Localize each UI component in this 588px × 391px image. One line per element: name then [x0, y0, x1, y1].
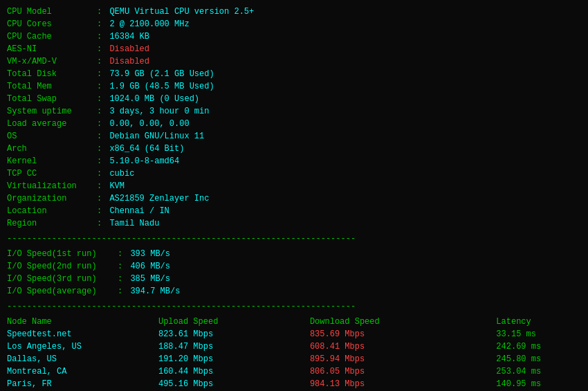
info-value: 1024.0 MB (0 Used) — [109, 93, 199, 105]
upload-speed: 188.47 Mbps — [158, 340, 310, 353]
upload-speed: 160.44 Mbps — [158, 365, 310, 378]
network-table: Node NameUpload SpeedDownload SpeedLaten… — [7, 316, 581, 391]
io-label: I/O Speed(2nd run) — [7, 260, 118, 273]
system-info-row: OS: Debian GNU/Linux 11 — [7, 130, 581, 143]
system-info-row: AES-NI: Disabled — [7, 43, 581, 55]
upload-speed: 495.16 Mbps — [158, 378, 310, 390]
info-label: Arch — [7, 143, 97, 155]
system-info-row: Location: Chennai / IN — [7, 205, 581, 217]
system-info-row: VM-x/AMD-V: Disabled — [7, 55, 581, 68]
info-value: 1.9 GB (48.5 MB Used) — [109, 80, 214, 93]
node-name: Paris, FR — [7, 378, 158, 390]
system-info-row: Organization: AS21859 Zenlayer Inc — [7, 192, 581, 205]
info-label: AES-NI — [7, 43, 97, 55]
info-label: CPU Model — [7, 6, 97, 18]
io-label: I/O Speed(average) — [7, 285, 118, 298]
download-speed: 895.94 Mbps — [310, 353, 496, 365]
node-name: Speedtest.net — [7, 328, 158, 340]
io-value: 385 MB/s — [130, 273, 170, 285]
info-value: 73.9 GB (2.1 GB Used) — [109, 68, 214, 80]
download-speed: 806.05 Mbps — [310, 365, 496, 378]
system-info-row: Virtualization: KVM — [7, 180, 581, 192]
info-value: 5.10.0-8-amd64 — [109, 155, 179, 167]
divider: ----------------------------------------… — [7, 233, 581, 245]
table-header-cell: Upload Speed — [158, 316, 310, 328]
info-value: 16384 KB — [109, 30, 149, 43]
info-label: TCP CC — [7, 167, 97, 180]
download-speed: 984.13 Mbps — [310, 378, 496, 390]
info-label: OS — [7, 130, 97, 143]
table-header-cell: Node Name — [7, 316, 158, 328]
table-row: Dallas, US191.20 Mbps895.94 Mbps245.80 m… — [7, 353, 581, 365]
node-name: Los Angeles, US — [7, 340, 158, 353]
system-info-row: Arch: x86_64 (64 Bit) — [7, 143, 581, 155]
io-row: I/O Speed(2nd run): 406 MB/s — [7, 260, 581, 273]
table-row: Paris, FR495.16 Mbps984.13 Mbps140.95 ms — [7, 378, 581, 390]
info-label: Organization — [7, 192, 97, 205]
table-row: Montreal, CA160.44 Mbps806.05 Mbps253.04… — [7, 365, 581, 378]
io-row: I/O Speed(1st run): 393 MB/s — [7, 248, 581, 260]
system-info-row: Load average: 0.00, 0.00, 0.00 — [7, 118, 581, 130]
upload-speed: 823.61 Mbps — [158, 328, 310, 340]
upload-speed: 191.20 Mbps — [158, 353, 310, 365]
latency: 140.95 ms — [496, 378, 581, 390]
io-row: I/O Speed(average): 394.7 MB/s — [7, 285, 581, 298]
table-header-row: Node NameUpload SpeedDownload SpeedLaten… — [7, 316, 581, 328]
info-value: QEMU Virtual CPU version 2.5+ — [109, 6, 254, 18]
io-value: 394.7 MB/s — [130, 285, 180, 298]
info-value: Tamil Nadu — [109, 217, 159, 230]
download-speed: 835.69 Mbps — [310, 328, 496, 340]
table-header-cell: Download Speed — [310, 316, 496, 328]
io-label: I/O Speed(3rd run) — [7, 273, 118, 285]
info-label: Kernel — [7, 155, 97, 167]
io-value: 393 MB/s — [130, 248, 170, 260]
info-value: AS21859 Zenlayer Inc — [109, 192, 209, 205]
io-value: 406 MB/s — [130, 260, 170, 273]
node-name: Dallas, US — [7, 353, 158, 365]
system-info-row: System uptime: 3 days, 3 hour 0 min — [7, 105, 581, 118]
info-value: x86_64 (64 Bit) — [109, 143, 184, 155]
latency: 242.69 ms — [496, 340, 581, 353]
system-info-row: CPU Cores: 2 @ 2100.000 MHz — [7, 18, 581, 30]
info-value: 0.00, 0.00, 0.00 — [109, 118, 189, 130]
info-value: Chennai / IN — [109, 205, 169, 217]
info-label: Total Disk — [7, 68, 97, 80]
system-info-row: Total Swap: 1024.0 MB (0 Used) — [7, 93, 581, 105]
table-header-cell: Latency — [496, 316, 581, 328]
info-label: Location — [7, 205, 97, 217]
io-row: I/O Speed(3rd run): 385 MB/s — [7, 273, 581, 285]
table-row: Los Angeles, US188.47 Mbps608.41 Mbps242… — [7, 340, 581, 353]
io-label: I/O Speed(1st run) — [7, 248, 118, 260]
info-value: Debian GNU/Linux 11 — [109, 130, 204, 143]
table-row: Speedtest.net823.61 Mbps835.69 Mbps33.15… — [7, 328, 581, 340]
download-speed: 608.41 Mbps — [310, 340, 496, 353]
info-value: KVM — [109, 180, 125, 192]
node-name: Montreal, CA — [7, 365, 158, 378]
latency: 253.04 ms — [496, 365, 581, 378]
latency: 33.15 ms — [496, 328, 581, 340]
info-label: Virtualization — [7, 180, 97, 192]
info-label: Total Swap — [7, 93, 97, 105]
system-info-row: Total Mem: 1.9 GB (48.5 MB Used) — [7, 80, 581, 93]
info-label: System uptime — [7, 105, 97, 118]
info-value: 3 days, 3 hour 0 min — [109, 105, 209, 118]
info-label: Total Mem — [7, 80, 97, 93]
system-info-row: Region: Tamil Nadu — [7, 217, 581, 230]
info-label: Load average — [7, 118, 97, 130]
info-label: CPU Cache — [7, 30, 97, 43]
info-value: 2 @ 2100.000 MHz — [109, 18, 189, 30]
info-label: Region — [7, 217, 97, 230]
info-label: CPU Cores — [7, 18, 97, 30]
info-label: VM-x/AMD-V — [7, 55, 97, 68]
system-info-row: CPU Cache: 16384 KB — [7, 30, 581, 43]
info-value: cubic — [109, 167, 134, 180]
latency: 245.80 ms — [496, 353, 581, 365]
system-info-row: Total Disk: 73.9 GB (2.1 GB Used) — [7, 68, 581, 80]
system-info-row: CPU Model: QEMU Virtual CPU version 2.5+ — [7, 6, 581, 18]
system-info-row: TCP CC: cubic — [7, 167, 581, 180]
system-info-row: Kernel: 5.10.0-8-amd64 — [7, 155, 581, 167]
divider-2: ----------------------------------------… — [7, 300, 581, 313]
info-value: Disabled — [109, 55, 149, 68]
info-value: Disabled — [109, 43, 149, 55]
